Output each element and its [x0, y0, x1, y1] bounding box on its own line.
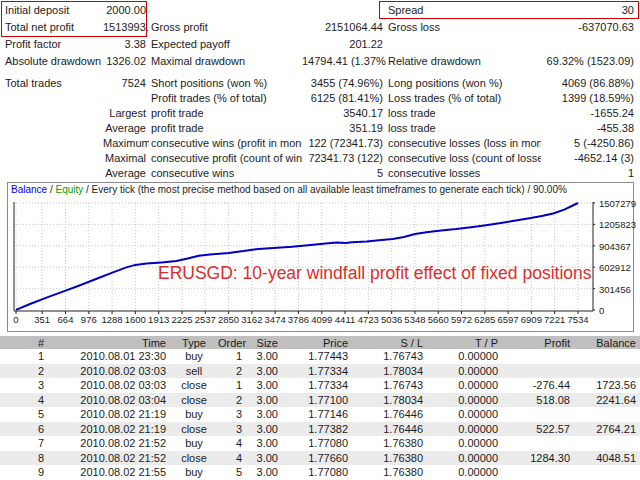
stat-value-3: 1399 (18.59%) — [541, 91, 637, 106]
cell-time: 2010.08.02 21:19 — [48, 422, 170, 437]
x-tick-label: 4099 — [311, 314, 332, 325]
stat-label-3: loss trade — [386, 106, 541, 121]
cell-tp: 0.00000 — [427, 364, 502, 379]
cell-type: sell — [170, 364, 218, 379]
column-header-balance[interactable]: Balance — [574, 336, 640, 349]
cell-tp: 0.00000 — [427, 465, 502, 480]
column-header-profit[interactable]: Profit — [502, 336, 574, 349]
cell-type: close — [170, 378, 218, 393]
table-row[interactable]: 4 2010.08.02 03:04 close 2 3.00 1.77100 … — [0, 393, 640, 408]
x-tick-label: 1288 — [102, 314, 123, 325]
balance-series-label: Balance — [11, 184, 47, 195]
stat-value-3: -637070.63 — [541, 19, 637, 36]
stat-label-1 — [3, 106, 103, 121]
stat-value-3: 1 — [541, 166, 637, 181]
stat-value-3: 4069 (86.88%) — [541, 76, 637, 91]
cell-size: 3.00 — [246, 451, 282, 466]
column-header-order[interactable]: Order — [218, 336, 246, 349]
table-row[interactable]: 3 2010.08.02 03:03 close 1 3.00 1.77334 … — [0, 378, 640, 393]
stat-label-3: Long positions (won %) — [386, 76, 541, 91]
x-tick-label: 2850 — [218, 314, 239, 325]
stat-value-2: 14794.41 (1.37%) — [302, 53, 386, 70]
stat-label-3 — [386, 36, 541, 53]
table-row[interactable]: 8 2010.08.02 21:52 close 4 3.00 1.77660 … — [0, 451, 640, 466]
cell-price: 1.77443 — [282, 349, 352, 364]
cell-profit — [502, 436, 574, 451]
stat-value-1: 1513993.81 — [103, 19, 149, 36]
x-tick-label: 976 — [81, 314, 97, 325]
cell-price: 1.77334 — [282, 378, 352, 393]
y-tick-label: 0 — [599, 305, 604, 316]
x-tick-label: 664 — [58, 314, 74, 325]
table-row[interactable]: 9 2010.08.02 21:55 buy 5 3.00 1.77080 1.… — [0, 465, 640, 480]
stats-row: Average profit trade 351.19 loss trade -… — [3, 121, 637, 136]
stat-value-2: 72341.73 (122) — [302, 151, 386, 166]
stat-label-1 — [3, 151, 103, 166]
cell-time: 2010.08.02 21:52 — [48, 436, 170, 451]
cell-tp: 0.00000 — [427, 378, 502, 393]
cell-time: 2010.08.02 03:03 — [48, 378, 170, 393]
x-tick-label: 6597 — [498, 314, 519, 325]
stat-label-2: Expected payoff — [149, 36, 302, 53]
cell-time: 2010.08.02 21:19 — [48, 407, 170, 422]
table-row[interactable]: 2 2010.08.02 03:03 sell 2 3.00 1.77334 1… — [0, 364, 640, 379]
x-tick-label: 2225 — [171, 314, 192, 325]
cell-profit — [502, 465, 574, 480]
cell-size: 3.00 — [246, 422, 282, 437]
trades-table-header-row: #TimeTypeOrderSizePriceS / LT / PProfitB… — [0, 336, 640, 349]
stats-rows: Initial deposit 2000.00 Spread 30 Total … — [3, 2, 637, 181]
cell-sl: 1.78034 — [352, 364, 427, 379]
chart-x-axis-labels: 0351664976128816001913222525372850316234… — [10, 314, 595, 328]
cell-type: close — [170, 393, 218, 408]
cell-tp: 0.00000 — [427, 349, 502, 364]
stat-value-1: 1326.02 — [103, 53, 149, 70]
cell-sl: 1.76380 — [352, 465, 427, 480]
stat-label-2: consecutive wins — [149, 166, 302, 181]
column-header-sl[interactable]: S / L — [352, 336, 427, 349]
cell-number: 8 — [0, 451, 48, 466]
cell-sl: 1.78034 — [352, 393, 427, 408]
stat-label-3: Spread — [386, 2, 541, 19]
column-header-price[interactable]: Price — [282, 336, 352, 349]
cell-balance: 1723.56 — [574, 378, 640, 393]
stat-label-1: Total net profit — [3, 19, 103, 36]
table-row[interactable]: 7 2010.08.02 21:52 buy 4 3.00 1.77080 1.… — [0, 436, 640, 451]
equity-series-label: Equity — [55, 184, 83, 195]
cell-tp: 0.00000 — [427, 422, 502, 437]
cell-profit: 522.57 — [502, 422, 574, 437]
column-header-size[interactable]: Size — [246, 336, 282, 349]
cell-type: close — [170, 451, 218, 466]
stat-value-1: Largest — [103, 106, 149, 121]
cell-price: 1.77660 — [282, 451, 352, 466]
cell-time: 2010.08.02 21:52 — [48, 451, 170, 466]
stat-value-1: 7524 — [103, 76, 149, 91]
cell-sl: 1.76446 — [352, 422, 427, 437]
x-tick-label: 6909 — [521, 314, 542, 325]
table-row[interactable]: 5 2010.08.02 21:19 buy 3 3.00 1.77146 1.… — [0, 407, 640, 422]
x-tick-label: 3474 — [265, 314, 286, 325]
cell-profit: 518.08 — [502, 393, 574, 408]
x-tick-label: 5036 — [381, 314, 402, 325]
cell-number: 4 — [0, 393, 48, 408]
column-header-#[interactable]: # — [0, 336, 48, 349]
column-header-time[interactable]: Time — [48, 336, 170, 349]
cell-type: buy — [170, 436, 218, 451]
balance-chart-plot — [10, 198, 595, 315]
stats-row: Largest profit trade 3540.17 loss trade … — [3, 106, 637, 121]
cell-tp: 0.00000 — [427, 451, 502, 466]
stat-value-1: 2000.00 — [103, 2, 149, 19]
table-row[interactable]: 6 2010.08.02 21:19 close 3 3.00 1.77382 … — [0, 422, 640, 437]
column-header-tp[interactable]: T / P — [427, 336, 502, 349]
table-row[interactable]: 1 2010.08.01 23:30 buy 1 3.00 1.77443 1.… — [0, 349, 640, 364]
stat-label-3: consecutive losses — [386, 166, 541, 181]
stats-row: Average consecutive wins 5 consecutive l… — [3, 166, 637, 181]
stat-value-1: Maximal — [103, 151, 149, 166]
cell-order: 3 — [218, 407, 246, 422]
cell-size: 3.00 — [246, 393, 282, 408]
cell-profit: -276.44 — [502, 378, 574, 393]
cell-price: 1.77080 — [282, 465, 352, 480]
column-header-type[interactable]: Type — [170, 336, 218, 349]
cell-type: close — [170, 422, 218, 437]
cell-time: 2010.08.01 23:30 — [48, 349, 170, 364]
stats-row: Maximum consecutive wins (profit in mone… — [3, 136, 637, 151]
